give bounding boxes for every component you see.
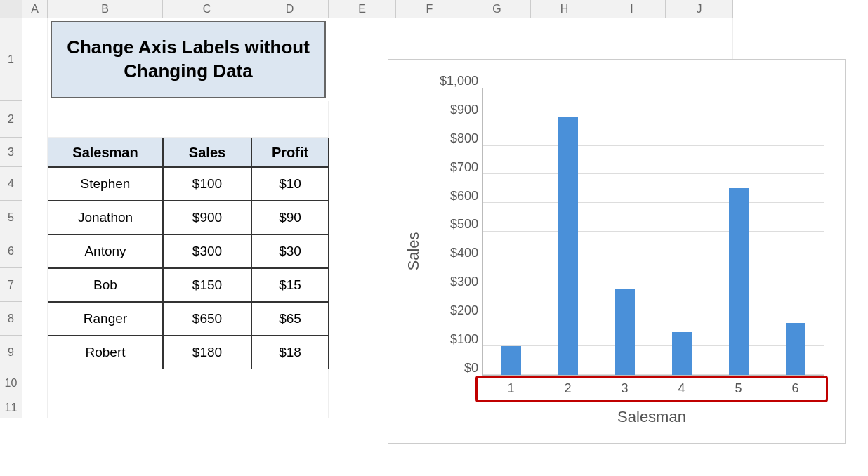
col-header-H[interactable]: H bbox=[531, 0, 598, 18]
col-header-E[interactable]: E bbox=[329, 0, 396, 18]
col-header-J[interactable]: J bbox=[666, 0, 733, 18]
table-cell[interactable]: $300 bbox=[163, 234, 251, 268]
table-cell[interactable]: Ranger bbox=[48, 302, 163, 336]
table-header-profit[interactable]: Profit bbox=[251, 138, 329, 167]
table-cell[interactable]: $15 bbox=[251, 268, 329, 302]
chart-bar bbox=[729, 188, 749, 375]
table-header-salesman[interactable]: Salesman bbox=[48, 138, 163, 167]
col-header-B[interactable]: B bbox=[48, 0, 163, 18]
chart-bar bbox=[615, 289, 635, 375]
x-axis-title: Salesman bbox=[480, 408, 824, 426]
embedded-chart[interactable]: Sales $1,000 $900 $800 $700 $600 $500 $4… bbox=[388, 59, 846, 444]
col-header-C[interactable]: C bbox=[163, 0, 251, 18]
table-cell[interactable]: Stephen bbox=[48, 167, 163, 201]
table-cell[interactable]: Antony bbox=[48, 234, 163, 268]
row-header-4[interactable]: 4 bbox=[0, 167, 22, 201]
row-header-9[interactable]: 9 bbox=[0, 336, 22, 369]
table-cell[interactable]: Robert bbox=[48, 336, 163, 369]
row-header-2[interactable]: 2 bbox=[0, 101, 22, 138]
row-header-8[interactable]: 8 bbox=[0, 302, 22, 336]
row-header-6[interactable]: 6 bbox=[0, 234, 22, 268]
col-header-F[interactable]: F bbox=[396, 0, 463, 18]
col-header-A[interactable]: A bbox=[22, 0, 48, 18]
table-cell[interactable]: $65 bbox=[251, 302, 329, 336]
chart-bar bbox=[786, 323, 805, 375]
y-axis-title: Sales bbox=[405, 232, 423, 270]
y-axis-ticks: $1,000 $900 $800 $700 $600 $500 $400 $30… bbox=[432, 74, 478, 376]
x-axis-ticks: 1 2 3 4 5 6 bbox=[482, 381, 824, 396]
table-cell[interactable]: Bob bbox=[48, 268, 163, 302]
table-cell[interactable]: $100 bbox=[163, 167, 251, 201]
row-header-3[interactable]: 3 bbox=[0, 138, 22, 167]
table-cell[interactable]: $18 bbox=[251, 336, 329, 369]
col-header-D[interactable]: D bbox=[251, 0, 329, 18]
row-header-1[interactable]: 1 bbox=[0, 18, 22, 101]
table-cell[interactable]: $650 bbox=[163, 302, 251, 336]
col-header-I[interactable]: I bbox=[598, 0, 666, 18]
table-cell[interactable]: $30 bbox=[251, 234, 329, 268]
select-all-corner[interactable] bbox=[0, 0, 22, 18]
table-cell[interactable]: $90 bbox=[251, 201, 329, 234]
row-header-5[interactable]: 5 bbox=[0, 201, 22, 234]
table-cell[interactable]: $150 bbox=[163, 268, 251, 302]
spreadsheet-grid[interactable]: A B C D E F G H I J 1 2 3 4 5 6 7 8 9 10… bbox=[0, 0, 868, 476]
chart-bar bbox=[672, 332, 692, 375]
title-merged-cell[interactable]: Change Axis Labels without Changing Data bbox=[51, 21, 326, 98]
table-cell[interactable]: $180 bbox=[163, 336, 251, 369]
table-cell[interactable]: Jonathon bbox=[48, 201, 163, 234]
table-cell[interactable]: $10 bbox=[251, 167, 329, 201]
chart-bar bbox=[558, 117, 578, 375]
col-header-G[interactable]: G bbox=[463, 0, 531, 18]
row-header-11[interactable]: 11 bbox=[0, 397, 22, 418]
table-cell[interactable]: $900 bbox=[163, 201, 251, 234]
row-header-10[interactable]: 10 bbox=[0, 369, 22, 397]
table-header-sales[interactable]: Sales bbox=[163, 138, 251, 167]
plot-area bbox=[482, 88, 824, 376]
row-header-7[interactable]: 7 bbox=[0, 268, 22, 302]
chart-bar bbox=[501, 346, 521, 375]
